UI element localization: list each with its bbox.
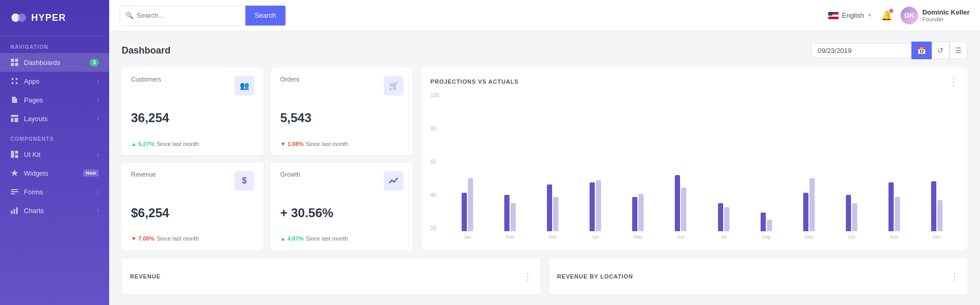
sidebar-item-widgets[interactable]: Widgets New bbox=[0, 164, 109, 182]
widgets-badge: New bbox=[83, 169, 99, 177]
refresh-button[interactable]: ↺ bbox=[932, 42, 949, 59]
bar-secondary bbox=[767, 220, 772, 231]
bottom-card-menu-button[interactable]: ⋮ bbox=[523, 271, 532, 282]
search-button[interactable]: Search bbox=[245, 6, 285, 25]
notification-bell[interactable]: 🔔 bbox=[881, 10, 892, 21]
forms-icon bbox=[10, 188, 19, 196]
user-avatar: DK bbox=[900, 7, 918, 24]
sidebar-item-dashboards[interactable]: Dashboards 3 bbox=[0, 53, 109, 72]
bar-group: Jul bbox=[702, 203, 744, 231]
stat-value: $6,254 bbox=[131, 206, 254, 220]
y-axis-label: 40 bbox=[430, 192, 439, 198]
bar-month-label: Jul bbox=[721, 234, 727, 240]
sidebar-item-apps[interactable]: Apps › bbox=[0, 72, 109, 90]
bar-primary bbox=[888, 182, 894, 231]
bar-primary bbox=[504, 195, 509, 231]
stat-card-revenue: Revenue $ $6,254 ▼ 7.00% Since last mont… bbox=[122, 163, 264, 250]
bottom-section: REVENUE ⋮ REVENUE BY LOCATION ⋮ bbox=[122, 258, 968, 295]
stat-change-text: Since last month bbox=[306, 235, 348, 242]
svg-rect-13 bbox=[11, 151, 14, 158]
sidebar-item-layouts[interactable]: Layouts › bbox=[0, 109, 109, 128]
stat-icon-box bbox=[384, 171, 403, 191]
bar-secondary bbox=[937, 200, 943, 231]
sidebar-item-uikit[interactable]: UI Kit › bbox=[0, 145, 109, 164]
svg-rect-21 bbox=[16, 207, 18, 214]
bottom-card-menu-button[interactable]: ⋮ bbox=[950, 271, 959, 282]
bar-secondary bbox=[596, 180, 601, 231]
stat-change-value: ▲ 4.87% bbox=[280, 235, 304, 242]
bar-secondary bbox=[638, 194, 644, 231]
sidebar-item-forms[interactable]: Forms › bbox=[0, 182, 109, 201]
language-chevron: ▼ bbox=[867, 12, 872, 18]
chart-menu-button[interactable]: ⋮ bbox=[949, 76, 958, 87]
header: 🔍 Search English ▼ 🔔 DK Dominic Keller F… bbox=[109, 0, 980, 31]
filter-button[interactable]: ☰ bbox=[949, 42, 968, 59]
user-role: Founder bbox=[922, 16, 970, 22]
stat-card-top: Orders 🛒 bbox=[280, 76, 403, 96]
bar-primary bbox=[675, 175, 680, 231]
stat-change-text: Since last month bbox=[156, 141, 199, 147]
search-input[interactable] bbox=[137, 11, 240, 19]
bar-secondary bbox=[809, 178, 815, 231]
bar-month-label: Nov bbox=[890, 234, 898, 240]
bar-month-label: Sep bbox=[805, 234, 813, 240]
stat-icon-box: 👥 bbox=[234, 76, 254, 96]
bar-primary bbox=[718, 203, 723, 231]
pages-label: Pages bbox=[24, 96, 92, 104]
page-title: Dashboard bbox=[122, 45, 171, 56]
stat-card-top: Customers 👥 bbox=[131, 76, 254, 96]
stat-label: Growth bbox=[280, 171, 300, 178]
svg-rect-11 bbox=[11, 118, 14, 122]
bar-chart-area: 20406080100 Jan Feb Mar Apr May Jun Jul … bbox=[430, 92, 958, 242]
sidebar-item-charts[interactable]: Charts › bbox=[0, 201, 109, 220]
components-section-label: COMPONENTS bbox=[0, 128, 109, 145]
bar-month-label: Jun bbox=[677, 234, 685, 240]
stat-value: 5,543 bbox=[280, 111, 403, 125]
grid-icon bbox=[10, 58, 19, 67]
bar-month-label: Feb bbox=[506, 234, 514, 240]
sidebar: HYPER NAVIGATION Dashboards 3 Apps › Pag… bbox=[0, 0, 109, 305]
bar-secondary bbox=[468, 178, 473, 231]
bar-group: Jan bbox=[446, 178, 489, 231]
bar-primary bbox=[931, 181, 936, 231]
bar-secondary bbox=[681, 188, 686, 231]
bar-month-label: Apr bbox=[592, 234, 599, 240]
bar-month-label: Jan bbox=[464, 234, 472, 240]
forms-chevron: › bbox=[97, 189, 99, 195]
svg-rect-20 bbox=[14, 209, 15, 214]
svg-point-9 bbox=[16, 82, 18, 84]
bar-month-label: Mar bbox=[548, 234, 557, 240]
stat-change-value: ▼ 7.00% bbox=[131, 235, 154, 242]
layouts-chevron: › bbox=[97, 116, 99, 122]
bar-primary bbox=[803, 193, 808, 231]
apps-label: Apps bbox=[24, 77, 92, 85]
main-area: 🔍 Search English ▼ 🔔 DK Dominic Keller F… bbox=[109, 0, 980, 305]
svg-rect-17 bbox=[11, 191, 18, 192]
svg-rect-18 bbox=[11, 193, 15, 194]
chart-header: PROJECTIONS VS ACTUALS ⋮ bbox=[430, 76, 958, 87]
bottom-card-title: REVENUE bbox=[130, 273, 161, 280]
y-axis: 20406080100 bbox=[430, 92, 439, 231]
stat-label: Revenue bbox=[131, 171, 156, 178]
bar-primary bbox=[846, 195, 851, 231]
chart-title: PROJECTIONS VS ACTUALS bbox=[430, 78, 518, 85]
sidebar-components-section: COMPONENTS UI Kit › Widgets New Forms › bbox=[0, 128, 109, 220]
dashboards-label: Dashboards bbox=[24, 59, 84, 67]
svg-point-6 bbox=[11, 78, 14, 80]
stat-value: 36,254 bbox=[131, 111, 254, 125]
charts-label: Charts bbox=[24, 207, 92, 215]
calendar-view-button[interactable]: 📅 bbox=[911, 42, 932, 59]
user-info[interactable]: DK Dominic Keller Founder bbox=[900, 7, 970, 24]
bar-primary bbox=[761, 213, 766, 231]
apps-chevron: › bbox=[97, 78, 99, 84]
svg-rect-2 bbox=[11, 59, 14, 62]
bar-primary bbox=[462, 193, 467, 231]
sidebar-nav-section: NAVIGATION Dashboards 3 Apps › Pages › bbox=[0, 36, 109, 128]
nav-section-label: NAVIGATION bbox=[0, 36, 109, 53]
language-selector[interactable]: English ▼ bbox=[828, 11, 872, 19]
bar-month-label: Aug bbox=[762, 234, 770, 240]
y-axis-label: 100 bbox=[430, 92, 439, 98]
sidebar-item-pages[interactable]: Pages › bbox=[0, 90, 109, 109]
bar-secondary bbox=[511, 203, 516, 231]
date-input[interactable] bbox=[811, 43, 911, 58]
